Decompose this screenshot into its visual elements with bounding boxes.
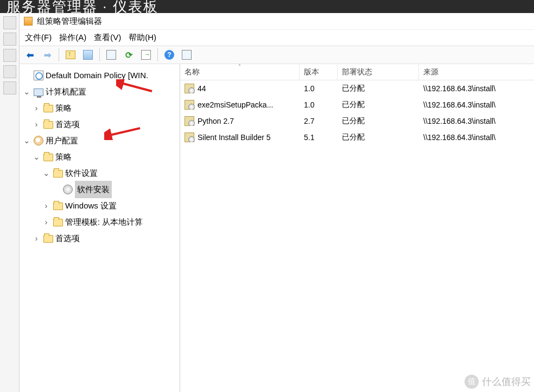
list-body: 441.0已分配\\192.168.64.3\install\exe2msiSe…: [180, 80, 534, 392]
tree-software-settings-label: 软件设置: [65, 165, 98, 181]
tree-user-policies-row[interactable]: ⌄ 策略: [22, 149, 180, 165]
tree-computer-config-row[interactable]: ⌄ 计算机配置: [22, 84, 180, 100]
expand-toggle[interactable]: ›: [31, 100, 41, 116]
arrow-left-icon: ⬅: [27, 50, 34, 60]
cell-source: \\192.168.64.3\install\: [419, 117, 534, 125]
column-source-label: 来源: [423, 67, 438, 77]
expand-toggle[interactable]: ⌄: [22, 132, 31, 149]
tree-computer-config-label: 计算机配置: [46, 84, 86, 100]
expand-toggle[interactable]: ›: [31, 116, 41, 132]
app-icon: [24, 17, 33, 26]
left-docked-panel: [0, 13, 20, 392]
expand-toggle[interactable]: ⌄: [41, 165, 51, 181]
menu-file[interactable]: 文件(F): [25, 33, 52, 43]
folder-icon: [53, 219, 63, 226]
cell-status: 已分配: [338, 116, 419, 126]
toolbar-separator: [157, 48, 158, 61]
tree-user-config-row[interactable]: ⌄ 用户配置: [22, 132, 180, 149]
cell-status: 已分配: [338, 132, 419, 142]
tree-root-row[interactable]: Default Domain Policy [WIN.: [22, 67, 180, 84]
list-row[interactable]: Python 2.72.7已分配\\192.168.64.3\install\: [180, 113, 534, 129]
list-row[interactable]: Silent Install Builder 55.1已分配\\192.168.…: [180, 129, 534, 146]
window-titlebar: 组策略管理编辑器: [20, 13, 534, 29]
tree-software-install-row[interactable]: 软件安装: [22, 181, 180, 198]
folder-icon: [43, 121, 53, 129]
tree-preferences-row[interactable]: › 首选项: [22, 116, 180, 132]
cell-source: \\192.168.64.3\install\: [419, 84, 534, 93]
menu-help[interactable]: 帮助(H): [129, 33, 156, 43]
list-row[interactable]: 441.0已分配\\192.168.64.3\install\: [180, 80, 534, 97]
tree-user-config-label: 用户配置: [46, 132, 78, 149]
package-icon: [185, 84, 194, 93]
cell-name: exe2msiSetupPacka...: [198, 100, 273, 109]
properties-button[interactable]: [104, 48, 118, 62]
docked-icon[interactable]: [3, 49, 16, 62]
tree-policies-row[interactable]: › 策略: [22, 100, 180, 116]
folder-icon: [43, 154, 53, 161]
cell-name: 44: [198, 84, 206, 93]
tree-admin-templates-row[interactable]: › 管理模板: 从本地计算: [22, 214, 180, 230]
refresh-icon: ⟳: [125, 50, 132, 60]
details-icon: [182, 50, 192, 60]
tree-pane[interactable]: Default Domain Policy [WIN. ⌄ 计算机配置 › 策略…: [20, 64, 180, 392]
export-icon: [141, 50, 151, 60]
help-button[interactable]: ?: [162, 48, 176, 62]
toolbar: ⬅ ➡ ⟳ ?: [20, 46, 534, 64]
tree-preferences-label: 首选项: [55, 116, 80, 132]
list-pane: ˄ 名称 版本 部署状态 来源 441.0已分配\\192.168.64.3\i…: [180, 64, 534, 392]
column-status-label: 部署状态: [342, 67, 372, 77]
folder-icon: [53, 203, 63, 210]
cell-version: 2.7: [300, 117, 338, 125]
folder-up-icon: [66, 50, 75, 59]
background-window-titlebar: 服务器管理器 · 仪表板: [0, 0, 534, 13]
package-icon: [185, 116, 194, 126]
docked-icon[interactable]: [3, 16, 16, 29]
folder-icon: [53, 170, 63, 178]
tree-software-settings-row[interactable]: ⌄ 软件设置: [22, 165, 180, 181]
tree-windows-settings-row[interactable]: › Windows 设置: [22, 198, 180, 214]
menu-view[interactable]: 查看(V): [94, 33, 121, 43]
cell-name: Python 2.7: [198, 117, 234, 125]
package-icon: [185, 132, 194, 142]
cell-status: 已分配: [338, 100, 419, 110]
menu-action[interactable]: 操作(A): [59, 33, 86, 43]
policy-root-icon: [34, 71, 43, 80]
main-split: Default Domain Policy [WIN. ⌄ 计算机配置 › 策略…: [20, 64, 534, 392]
column-version[interactable]: 版本: [300, 64, 338, 80]
window-title: 组策略管理编辑器: [37, 16, 102, 27]
tree-policies-label: 策略: [55, 100, 72, 116]
export-list-button[interactable]: [139, 48, 153, 62]
expand-toggle[interactable]: ⌄: [31, 149, 41, 165]
arrow-right-icon: ➡: [44, 50, 51, 60]
tree-software-install-label: 软件安装: [75, 181, 112, 198]
column-name[interactable]: ˄ 名称: [180, 64, 300, 80]
docked-icon[interactable]: [3, 81, 16, 94]
docked-icon[interactable]: [3, 65, 16, 78]
back-button[interactable]: ⬅: [23, 48, 37, 62]
tree-user-preferences-row[interactable]: › 首选项: [22, 230, 180, 246]
column-source[interactable]: 来源: [419, 64, 534, 80]
column-status[interactable]: 部署状态: [338, 64, 419, 80]
refresh-button[interactable]: ⟳: [122, 48, 136, 62]
details-button[interactable]: [180, 48, 194, 62]
expand-toggle[interactable]: ⌄: [22, 84, 31, 100]
gpo-editor-window: 组策略管理编辑器 文件(F) 操作(A) 查看(V) 帮助(H) ⬅ ➡ ⟳ ?…: [20, 13, 534, 392]
expand-toggle[interactable]: ›: [31, 230, 41, 246]
cell-name: Silent Install Builder 5: [198, 133, 271, 142]
sort-indicator-icon: ˄: [238, 64, 241, 69]
tree-windows-settings-label: Windows 设置: [65, 198, 117, 214]
panel-icon: [83, 50, 93, 60]
properties-icon: [106, 50, 116, 60]
column-name-label: 名称: [185, 67, 200, 77]
list-row[interactable]: exe2msiSetupPacka...1.0已分配\\192.168.64.3…: [180, 97, 534, 113]
up-button[interactable]: [63, 48, 78, 62]
expand-toggle[interactable]: ›: [41, 214, 51, 230]
expand-toggle[interactable]: ›: [41, 198, 51, 214]
show-hide-tree-button[interactable]: [81, 48, 95, 62]
docked-icon[interactable]: [3, 33, 16, 46]
column-version-label: 版本: [304, 67, 319, 77]
cell-source: \\192.168.64.3\install\: [419, 133, 534, 142]
forward-button[interactable]: ➡: [40, 48, 54, 62]
install-icon: [63, 185, 73, 194]
folder-icon: [43, 235, 53, 243]
